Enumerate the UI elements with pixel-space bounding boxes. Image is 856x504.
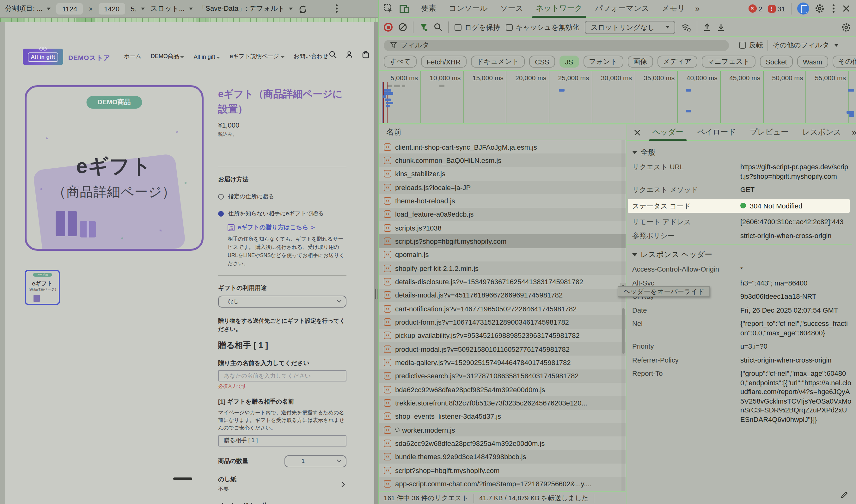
devtools-tab[interactable]: ソース [494, 0, 529, 17]
network-settings-gear-icon[interactable] [841, 22, 851, 32]
bottom-resize-grip[interactable] [173, 478, 192, 480]
request-row[interactable]: ‹› scripts.js?1038 [379, 221, 626, 235]
request-row[interactable]: ‹› trekkie.storefront.8f32c7f0b513e73f32… [379, 396, 626, 410]
purpose-select[interactable]: なし [218, 295, 346, 308]
network-overview-timeline[interactable]: 5,000 ms 10,000 ms 15,000 ms 20,000 ms 2… [379, 71, 856, 124]
console-errors-badge[interactable]: ×2 [748, 4, 762, 13]
filter-input[interactable]: フィルタ [384, 39, 729, 51]
sender-name-input[interactable] [218, 370, 346, 381]
request-row[interactable]: ‹› load_feature-a0a9edcb.js [379, 208, 626, 221]
invert-filter-checkbox[interactable]: 反転 [739, 40, 763, 50]
request-row[interactable]: ‹› client.init-shop-cart-sync_BJFAoJgM.j… [379, 140, 626, 154]
pane-resize-gutter[interactable] [374, 22, 378, 504]
viewport-width-input[interactable]: 1124 [56, 3, 83, 14]
gift-option-row[interactable]: メッセージカード 不要 [218, 501, 346, 504]
resource-chip[interactable]: フォント [583, 56, 623, 68]
request-row[interactable]: ‹› sda62cc92w68dfea28pcf9825a4m392e00d0m… [379, 436, 626, 450]
more-filters-dropdown[interactable]: その他のフィルタ [773, 40, 838, 50]
request-row[interactable]: ‹› pickup-availability.js?v=953452169889… [379, 329, 626, 342]
close-devtools-icon[interactable] [843, 5, 850, 12]
resource-chip[interactable]: Wasm [797, 56, 828, 68]
account-icon[interactable] [345, 51, 354, 59]
filter-icon[interactable] [419, 23, 428, 32]
viewport-height-input[interactable]: 1420 [98, 3, 125, 14]
nav-item-all-in-gift[interactable]: All in gift [194, 53, 220, 60]
request-row[interactable]: ‹› bda62cc92w68dfea28pcf9825a4m392e00d0m… [379, 383, 626, 396]
details-tab[interactable]: レスポンス [795, 124, 848, 141]
search-network-icon[interactable] [434, 23, 443, 32]
network-conditions-icon[interactable] [681, 23, 691, 32]
nav-item-home[interactable]: ホーム [124, 52, 141, 61]
resource-chip[interactable]: 画像 [628, 56, 653, 68]
resource-chip[interactable]: すべて [384, 56, 417, 68]
request-row[interactable]: ‹› product-form.js?v=1067147315212890034… [379, 316, 626, 329]
gift-option-row[interactable]: のし紙 不要 [218, 475, 346, 493]
zoom-dropdown[interactable]: 5. [131, 5, 144, 12]
product-image[interactable]: DEMO商品 eギフト （商品詳細ページ） [25, 85, 204, 251]
import-har-icon[interactable] [703, 23, 711, 32]
name-column-header[interactable]: 名前 [379, 124, 626, 140]
devtools-tab[interactable]: コンソール [443, 0, 494, 17]
devtools-tab[interactable]: ネットワーク [529, 0, 588, 17]
radio-ship-to-address[interactable]: 指定の住所に贈る [218, 193, 346, 201]
egift-howto-link[interactable]: Allgift eギフトの贈り方はこちら ＞ [227, 223, 346, 232]
product-thumbnail[interactable]: DEMO商品 eギフト （商品詳細ページ） [25, 270, 60, 305]
more-tabs-icon[interactable]: » [691, 4, 703, 13]
shop-logo[interactable]: All in gift [23, 49, 63, 65]
general-section-header[interactable]: 全般 [627, 144, 852, 162]
request-row[interactable]: ‹› cart-notification.js?v=14677196505027… [379, 302, 626, 316]
recipient-name-input[interactable] [218, 435, 346, 446]
resource-chip[interactable]: CSS [529, 56, 555, 68]
request-row[interactable]: ‹› gpomain.js [379, 248, 626, 262]
export-har-icon[interactable] [717, 23, 725, 32]
device-toolbar-icon[interactable] [399, 4, 410, 13]
device-throttling-dropdown[interactable]: スロット... [151, 4, 193, 13]
more-options-icon[interactable] [336, 7, 338, 10]
resource-chip[interactable]: マニフェスト [701, 56, 755, 68]
nav-item-demo-products[interactable]: DEMO商品 [151, 52, 184, 61]
quantity-select[interactable]: 1 [285, 455, 346, 467]
disable-cache-checkbox[interactable]: キャッシュを無効化 [506, 22, 579, 32]
request-row[interactable]: ‹› product-modal.js?v=509215801011605277… [379, 342, 626, 356]
request-row[interactable]: ‹› worker.modern.js [379, 423, 626, 437]
request-list-scrollbar[interactable] [621, 140, 625, 491]
devtools-tab[interactable]: メモリ [655, 0, 691, 17]
settings-gear-icon[interactable] [815, 4, 824, 13]
request-row[interactable]: ‹› kins_stabilizer.js [379, 167, 626, 181]
request-row[interactable]: ‹› details-disclosure.js?v=1534976367162… [379, 275, 626, 289]
close-details-icon[interactable] [628, 129, 646, 136]
request-row[interactable]: ‹› chunk.common_BaQ0HiLN.esm.js [379, 154, 626, 167]
request-row[interactable]: ‹› theme-hot-reload.js [379, 194, 626, 208]
edit-headers-pencil-icon[interactable] [840, 491, 849, 499]
resource-chip[interactable]: ドキュメント [471, 56, 525, 68]
resource-chip[interactable]: JS [560, 56, 579, 68]
rotate-icon[interactable] [299, 4, 308, 13]
more-detail-tabs-icon[interactable]: » [848, 128, 856, 137]
request-row[interactable]: ‹› app-script.comm-chat.com/?timeStamp=1… [379, 477, 626, 490]
request-row[interactable]: ‹› shop_events_listener-3da45d37.js [379, 410, 626, 423]
clear-network-log-icon[interactable] [398, 23, 407, 32]
record-network-log-icon[interactable] [384, 23, 393, 32]
resource-chip[interactable]: Fetch/XHR [421, 56, 466, 68]
resource-chip[interactable]: Socket [760, 56, 792, 68]
device-mode-active-icon[interactable] [797, 2, 809, 15]
request-row[interactable]: ‹› shopify-perf-kit-2.1.2.min.js [379, 262, 626, 275]
nav-item-egift-guide[interactable]: eギフト説明ページ [230, 52, 284, 61]
scrollbar-thumb[interactable] [622, 308, 624, 354]
request-row[interactable]: ‹› script.js?shop=hbgift.myshopify.com [379, 235, 626, 248]
details-tab[interactable]: ペイロード [690, 124, 743, 141]
inspect-element-icon[interactable] [384, 4, 393, 13]
issues-badge[interactable]: !31 [768, 5, 786, 12]
details-tab[interactable]: プレビュー [743, 124, 795, 141]
preserve-log-checkbox[interactable]: ログを保持 [455, 22, 500, 32]
devtools-tab[interactable]: パフォーマンス [588, 0, 655, 17]
request-row[interactable]: ‹› bundle.themes.92e9d3ce14847998bbcb.js [379, 450, 626, 464]
resource-chip[interactable]: その他 [832, 56, 856, 68]
request-row[interactable]: ‹› details-modal.js?v=451176189667266969… [379, 288, 626, 302]
devtools-tab[interactable]: 要素 [415, 0, 443, 17]
search-icon[interactable] [329, 51, 337, 59]
save-data-dropdown[interactable]: 「Save-Data」: デフォルト [199, 4, 293, 13]
cart-icon[interactable] [362, 51, 370, 59]
resource-chip[interactable]: メディア [657, 56, 697, 68]
request-row[interactable]: ‹› media-gallery.js?v=152902515749446478… [379, 356, 626, 370]
